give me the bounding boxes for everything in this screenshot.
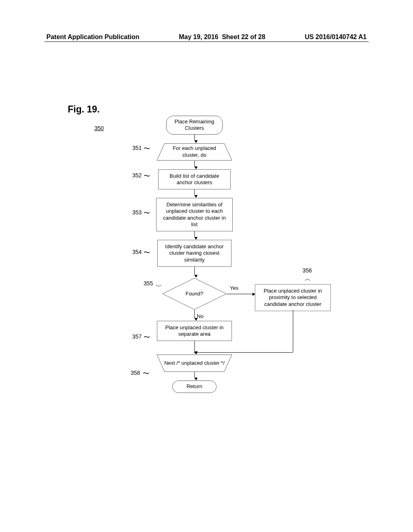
ref-357: 357: [132, 333, 142, 340]
ref-351: 351: [132, 145, 142, 151]
process-357: Place unplaced cluster in separate area: [157, 321, 232, 341]
squiggle-icon: 〜: [143, 370, 149, 378]
ref-352: 352: [132, 172, 142, 179]
decision-found: Found?: [162, 278, 227, 310]
squiggle-icon: 〜: [144, 209, 150, 218]
page-header: Patent Application Publication May 19, 2…: [46, 33, 367, 41]
squiggle-icon: 〜: [144, 249, 150, 257]
squiggle-icon: ﹀: [304, 274, 311, 283]
header-pub-number: US 2016/0140742 A1: [305, 33, 367, 41]
arrow-yes: [227, 294, 255, 294]
loop-start: For each unplaced cluster, do: [156, 143, 232, 161]
header-pub-type: Patent Application Publication: [46, 33, 140, 41]
header-date-sheet: May 19, 2016 Sheet 22 of 28: [179, 33, 265, 41]
arrow-merge: [194, 352, 293, 353]
terminator-start: Place Remaining Clusters: [166, 116, 223, 135]
squiggle-icon: 〜: [144, 145, 150, 153]
branch-yes-label: Yes: [230, 285, 238, 291]
ref-358: 358: [131, 370, 140, 376]
ref-356: 356: [302, 267, 312, 274]
branch-no-label: No: [197, 313, 204, 319]
ref-353: 353: [132, 209, 142, 216]
process-353: Determine similarities of unplaced clust…: [156, 198, 233, 231]
figure-label: Fig. 19.: [68, 104, 100, 115]
header-rule: [44, 42, 369, 42]
squiggle-icon: 〜: [144, 172, 150, 181]
squiggle-icon: 〜: [144, 333, 150, 342]
flowchart: Place Remaining Clusters For each unplac…: [125, 116, 355, 393]
connector-line: [293, 310, 293, 352]
process-354: Identify candidate anchor cluster having…: [157, 240, 232, 267]
terminator-return: Return: [172, 380, 217, 393]
squiggle-icon: ﹀: [156, 283, 162, 291]
process-352: Build list of candidate anchor clusters: [158, 169, 231, 190]
process-356: Place unplaced cluster in proximity to s…: [255, 284, 331, 311]
ref-355: 355: [144, 280, 153, 287]
ref-354: 354: [132, 249, 142, 255]
ref-350: 350: [94, 125, 104, 131]
loop-end: Next /* unplaced cluster */: [156, 354, 232, 372]
